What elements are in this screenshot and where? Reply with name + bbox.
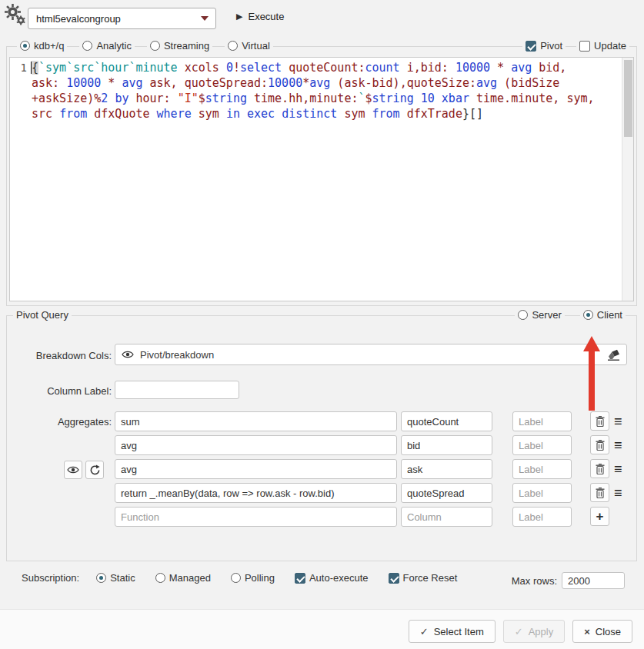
max-rows-input[interactable]: [562, 572, 625, 589]
column-label-input[interactable]: [115, 381, 239, 399]
execute-button[interactable]: ▶ Execute: [236, 11, 284, 22]
refresh-aggregates-button[interactable]: [85, 461, 104, 479]
update-checkbox-box[interactable]: [579, 41, 590, 52]
radio-client-circle[interactable]: [583, 310, 593, 320]
aggregate-column-input[interactable]: [401, 483, 492, 503]
aggregate-function-input[interactable]: [115, 507, 397, 527]
connection-group-dropdown[interactable]: html5evalcongroup: [28, 8, 216, 29]
execute-label: Execute: [248, 11, 284, 22]
radio-static[interactable]: Static: [93, 572, 138, 584]
radio-server-label: Server: [532, 309, 561, 321]
pivot-query-groupbox: Pivot Query Server Client Breakdown Cols…: [6, 315, 637, 561]
select-item-label: Select Item: [434, 626, 484, 637]
pivot-location-radios: Server Client: [515, 309, 626, 321]
radio-virtual-circle[interactable]: [228, 41, 238, 51]
auto-execute-checkbox-box[interactable]: [295, 573, 305, 584]
check-icon: ✓: [420, 626, 429, 637]
close-label: Close: [596, 626, 621, 637]
aggregate-label-input[interactable]: [512, 483, 572, 503]
radio-managed[interactable]: Managed: [152, 572, 214, 584]
trash-icon: [596, 440, 605, 451]
aggregate-function-input[interactable]: [115, 435, 397, 455]
max-rows-label: Max rows:: [512, 575, 557, 587]
aggregate-label-input[interactable]: [512, 435, 572, 455]
eraser-icon[interactable]: [607, 349, 620, 361]
trash-icon: [596, 464, 605, 474]
aggregate-column-input[interactable]: [401, 459, 492, 479]
refresh-icon: [89, 464, 101, 476]
eye-icon: [122, 349, 134, 360]
select-item-button[interactable]: ✓ Select Item: [409, 620, 496, 643]
radio-streaming-label: Streaming: [164, 40, 209, 52]
radio-static-circle[interactable]: [96, 573, 106, 583]
aggregate-function-input[interactable]: [115, 459, 397, 479]
update-checkbox[interactable]: Update: [576, 40, 629, 52]
radio-analytic-circle[interactable]: [82, 41, 92, 51]
auto-execute-checkbox[interactable]: Auto-execute: [292, 572, 372, 584]
drag-handle-icon[interactable]: ≡: [614, 484, 622, 501]
radio-analytic[interactable]: Analytic: [79, 40, 135, 52]
force-reset-checkbox-box[interactable]: [389, 573, 399, 584]
radio-virtual[interactable]: Virtual: [225, 40, 273, 52]
radio-client[interactable]: Client: [580, 309, 626, 321]
radio-managed-label: Managed: [169, 572, 211, 584]
radio-streaming-circle[interactable]: [150, 41, 160, 51]
aggregate-label-input[interactable]: [512, 459, 572, 479]
aggregate-function-input[interactable]: [115, 483, 397, 503]
radio-virtual-label: Virtual: [242, 40, 270, 52]
breakdown-cols-field[interactable]: Pivot/breakdown: [115, 344, 627, 365]
drag-handle-icon[interactable]: ≡: [614, 437, 622, 454]
delete-aggregate-button[interactable]: [590, 483, 609, 502]
preview-aggregates-button[interactable]: [64, 461, 82, 479]
close-icon: ×: [584, 627, 590, 637]
red-annotation-arrow: [581, 336, 602, 413]
editor-scrollbar-thumb[interactable]: [624, 60, 632, 137]
pivot-checkbox[interactable]: Pivot: [522, 40, 566, 52]
apply-label: Apply: [529, 626, 554, 637]
aggregate-row: ≡: [7, 411, 636, 431]
chevron-down-icon: [201, 16, 209, 21]
close-button[interactable]: × Close: [572, 620, 632, 643]
aggregate-column-input[interactable]: [401, 435, 492, 455]
pivot-checkbox-box[interactable]: [526, 41, 536, 52]
radio-kdbq[interactable]: kdb+/q: [17, 40, 67, 52]
delete-aggregate-button[interactable]: [590, 459, 609, 478]
radio-server[interactable]: Server: [515, 309, 564, 321]
delete-aggregate-button[interactable]: [590, 435, 609, 454]
aggregate-row: ≡: [7, 435, 636, 455]
code-editor[interactable]: 1 {`sym`src`hour`minute xcols 0!select q…: [9, 57, 634, 301]
breakdown-cols-value: Pivot/breakdown: [140, 349, 601, 361]
subscription-label: Subscription:: [22, 572, 79, 584]
aggregate-column-input[interactable]: [401, 507, 492, 527]
radio-analytic-label: Analytic: [96, 40, 132, 52]
aggregate-label-input[interactable]: [512, 507, 572, 527]
radio-static-label: Static: [110, 572, 135, 584]
query-type-bar: kdb+/q Analytic Streaming Virtual Pivot: [6, 40, 637, 53]
editor-scrollbar[interactable]: [622, 58, 633, 301]
aggregate-function-input[interactable]: [115, 411, 397, 431]
query-editor-dialog: html5evalcongroup ▶ Execute kdb+/q Analy…: [0, 0, 644, 649]
apply-button[interactable]: ✓ Apply: [503, 620, 565, 643]
settings-gears-icon[interactable]: [4, 3, 27, 26]
radio-polling[interactable]: Polling: [228, 572, 278, 584]
radio-server-circle[interactable]: [518, 310, 528, 320]
radio-managed-circle[interactable]: [155, 573, 165, 583]
radio-polling-circle[interactable]: [231, 573, 241, 583]
aggregate-row: ≡: [7, 483, 636, 503]
subscription-bar: Subscription: Static Managed Polling Aut…: [22, 572, 460, 584]
footer-buttons: ✓ Select Item ✓ Apply × Close: [409, 620, 632, 643]
breakdown-cols-label: Breakdown Cols:: [7, 350, 112, 361]
trash-icon: [596, 488, 605, 498]
radio-kdbq-circle[interactable]: [20, 41, 30, 51]
drag-handle-icon[interactable]: ≡: [614, 413, 622, 430]
connection-group-value: html5evalcongroup: [28, 13, 201, 25]
aggregate-column-input[interactable]: [401, 411, 492, 431]
radio-streaming[interactable]: Streaming: [147, 40, 212, 52]
aggregate-label-input[interactable]: [512, 411, 572, 431]
add-aggregate-button[interactable]: +: [590, 507, 609, 526]
force-reset-checkbox[interactable]: Force Reset: [385, 572, 461, 584]
pivot-query-legend: Pivot Query: [13, 309, 72, 321]
delete-aggregate-button[interactable]: [590, 411, 609, 431]
line-number: 1: [13, 62, 27, 74]
drag-handle-icon[interactable]: ≡: [614, 461, 622, 478]
